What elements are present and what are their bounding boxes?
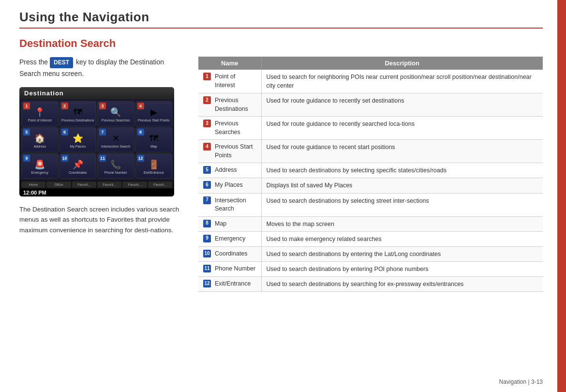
nav-cell-num-3: 3: [99, 103, 106, 109]
nav-cell-num-5: 5: [23, 129, 30, 136]
nav-cell-icon-4: ▶: [150, 107, 157, 118]
item-name-text: Previous Destinations: [215, 96, 248, 113]
nav-cell-icon-6: ⭐: [73, 133, 83, 144]
nav-cell-4: 4▶Previous Start Points: [135, 101, 173, 126]
nav-cell-label-2: Previous Destinations: [61, 119, 94, 122]
table-cell-desc: Used to search destinations by selecting…: [261, 163, 543, 178]
table-cell-desc: Used for route guidance to recently set …: [261, 93, 543, 117]
table-cell-desc: Moves to the map screen: [261, 216, 543, 231]
item-num-7: 7: [203, 196, 211, 204]
nav-cell-icon-1: 📍: [34, 107, 45, 118]
item-num-2: 2: [203, 96, 211, 104]
table-cell-name: 3Previous Searches: [198, 117, 261, 140]
col-name-header: Name: [198, 57, 261, 70]
page-container: Using the Navigation Destination Search …: [0, 0, 557, 392]
nav-cell-label-11: Phone Number: [104, 171, 127, 175]
nav-cell-icon-12: 🚪: [149, 159, 159, 170]
table-cell-desc: Used to make emergency related searches: [261, 231, 543, 246]
item-name-text: Previous Start Points: [215, 143, 253, 160]
info-table: Name Description 1Point of InterestUsed …: [198, 57, 543, 292]
nav-cell-icon-9: 🚨: [34, 159, 45, 170]
table-row: 10CoordinatesUsed to search destinations…: [198, 246, 543, 261]
nav-cell-num-9: 9: [23, 155, 30, 162]
item-num-4: 4: [203, 143, 211, 151]
nav-cell-num-11: 11: [99, 155, 106, 162]
nav-footer-btn: Favorit...: [97, 181, 121, 188]
nav-cell-icon-7: ✕: [112, 133, 119, 144]
item-num-6: 6: [203, 181, 211, 189]
table-cell-desc: Used to search for neighboring POIs near…: [261, 70, 543, 93]
nav-cell-2: 2🗺Previous Destinations: [60, 101, 97, 126]
table-cell-desc: Used for route guidance to recently sear…: [261, 117, 543, 140]
nav-cell-10: 10📌Coordinates: [60, 153, 97, 179]
item-name-text: Point of Interest: [215, 73, 256, 90]
table-cell-desc: Used to search destinations by entering …: [261, 246, 543, 261]
nav-cell-num-2: 2: [61, 103, 68, 109]
intro-line1: Press the: [19, 58, 48, 66]
right-column: Name Description 1Point of InterestUsed …: [198, 57, 543, 292]
nav-cell-label-5: Address: [33, 145, 46, 149]
nav-cell-11: 11📞Phone Number: [97, 153, 134, 179]
table-row: 3Previous SearchesUsed for route guidanc…: [198, 117, 543, 140]
table-row: 9EmergencyUsed to make emergency related…: [198, 231, 543, 246]
table-cell-desc: Used to search destinations by entering …: [261, 261, 543, 276]
item-num-1: 1: [203, 73, 211, 80]
item-name-text: Coordinates: [215, 250, 247, 258]
table-row: 1Point of InterestUsed to search for nei…: [198, 70, 543, 93]
nav-cell-icon-10: 📌: [73, 159, 83, 170]
page-header: Using the Navigation: [19, 10, 543, 29]
table-row: 7Intersection SearchUsed to search desti…: [198, 193, 543, 216]
table-row: 11Phone NumberUsed to search destination…: [198, 261, 543, 276]
nav-screen-mockup: Destination 1📍Point of Interest2🗺Previou…: [19, 87, 174, 196]
nav-grid: 1📍Point of Interest2🗺Previous Destinatio…: [19, 99, 174, 181]
right-sidebar: Using the Navigation: [557, 0, 566, 392]
nav-cell-label-6: My Places: [70, 145, 86, 149]
left-column: Press the DEST key to display the Destin…: [19, 57, 184, 292]
nav-cell-8: 8🗺Map: [135, 127, 173, 152]
page-number: Navigation | 3-13: [499, 378, 543, 385]
nav-footer-btn: Office: [46, 181, 71, 188]
table-cell-name: 12Exit/Entrance: [198, 277, 261, 292]
table-row: 5AddressUsed to search destinations by s…: [198, 163, 543, 178]
nav-cell-3: 3🔍Previous Searches: [97, 101, 134, 126]
nav-screen-header: Destination: [19, 87, 174, 99]
item-num-3: 3: [203, 120, 211, 127]
nav-cell-6: 6⭐My Places: [60, 127, 97, 152]
body-text: The Destination Search screen includes v…: [19, 204, 184, 236]
nav-cell-label-8: Map: [150, 145, 157, 149]
table-cell-desc: Used to search destinations by searching…: [261, 277, 543, 292]
nav-cell-label-10: Coordinates: [69, 171, 87, 175]
nav-cell-label-12: Exit/Entrance: [144, 171, 164, 175]
nav-cell-icon-2: 🗺: [74, 107, 82, 118]
table-cell-name: 5Address: [198, 163, 261, 178]
nav-cell-num-6: 6: [61, 129, 68, 136]
nav-cell-label-9: Emergency: [31, 171, 48, 175]
item-name-text: My Places: [215, 181, 243, 190]
nav-cell-icon-3: 🔍: [110, 107, 121, 118]
content-layout: Press the DEST key to display the Destin…: [19, 57, 543, 292]
item-num-5: 5: [203, 166, 211, 174]
item-num-10: 10: [203, 250, 211, 257]
nav-cell-num-10: 10: [61, 155, 68, 162]
nav-cell-num-1: 1: [23, 103, 30, 109]
nav-footer-btn: Favorit...: [122, 181, 147, 188]
item-num-12: 12: [203, 280, 211, 287]
table-cell-name: 9Emergency: [198, 231, 261, 246]
col-desc-header: Description: [261, 57, 543, 70]
table-cell-name: 1Point of Interest: [198, 70, 261, 93]
page-footer: Navigation | 3-13: [499, 378, 543, 385]
table-cell-name: 4Previous Start Points: [198, 140, 261, 163]
nav-footer-btn: Favorit...: [148, 181, 172, 188]
nav-cell-1: 1📍Point of Interest: [21, 101, 59, 126]
table-cell-name: 10Coordinates: [198, 246, 261, 261]
item-num-9: 9: [203, 235, 211, 242]
table-cell-name: 7Intersection Search: [198, 193, 261, 216]
table-cell-desc: Used to search destinations by selecting…: [261, 193, 543, 216]
nav-cell-label-4: Previous Start Points: [138, 119, 169, 122]
item-name-text: Phone Number: [215, 265, 255, 273]
nav-footer-btn: Favorit...: [72, 181, 96, 188]
table-cell-desc: Displays list of saved My Places: [261, 178, 543, 193]
nav-cell-num-12: 12: [137, 155, 144, 162]
item-name-text: Exit/Entrance: [215, 280, 251, 288]
table-row: 6My PlacesDisplays list of saved My Plac…: [198, 178, 543, 193]
